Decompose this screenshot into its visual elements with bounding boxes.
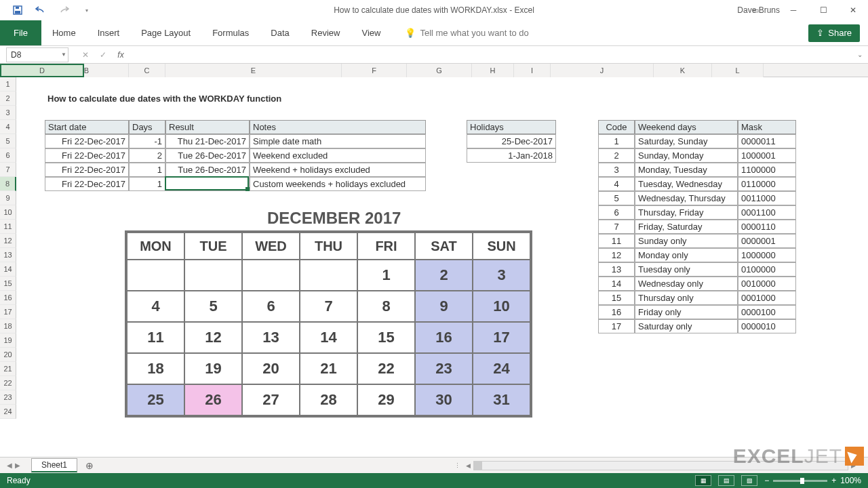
name-box[interactable]: D8 ▼ bbox=[6, 47, 68, 62]
row-header[interactable]: 17 bbox=[0, 305, 16, 319]
cell[interactable]: 0000110 bbox=[738, 220, 796, 234]
row-header[interactable]: 18 bbox=[0, 319, 16, 333]
cell[interactable]: Fri 22-Dec-2017 bbox=[45, 134, 129, 148]
cell[interactable]: 15 bbox=[598, 291, 635, 305]
cell[interactable]: Saturday only bbox=[635, 319, 738, 333]
column-header[interactable]: G bbox=[407, 64, 472, 77]
row-header[interactable]: 14 bbox=[0, 262, 16, 277]
row-header[interactable]: 11 bbox=[0, 220, 16, 234]
minimize-button[interactable]: ─ bbox=[778, 0, 808, 20]
cell[interactable]: Wednesday, Thursday bbox=[635, 191, 738, 205]
row-header[interactable]: 2 bbox=[0, 92, 16, 106]
column-header[interactable]: J bbox=[551, 64, 654, 77]
tab-data[interactable]: Data bbox=[260, 20, 300, 45]
cell[interactable]: Saturday, Sunday bbox=[635, 134, 738, 148]
share-button[interactable]: ⇪ Share bbox=[808, 24, 860, 42]
expand-formula-bar-icon[interactable]: ⌄ bbox=[857, 51, 868, 58]
chevron-down-icon[interactable]: ▼ bbox=[61, 52, 66, 58]
cell[interactable]: Friday only bbox=[635, 305, 738, 319]
cell[interactable]: Fri 22-Dec-2017 bbox=[45, 163, 129, 177]
cell[interactable]: 1100000 bbox=[738, 163, 796, 177]
cell[interactable]: 17 bbox=[598, 319, 635, 333]
cell[interactable]: -1 bbox=[129, 134, 165, 148]
zoom-control[interactable]: − + 100% bbox=[764, 476, 861, 485]
cell[interactable]: Simple date math bbox=[250, 134, 426, 148]
cell[interactable]: 14 bbox=[598, 277, 635, 291]
row-header[interactable]: 19 bbox=[0, 333, 16, 348]
cell[interactable]: 25-Dec-2017 bbox=[467, 134, 556, 148]
cell[interactable]: 1000000 bbox=[738, 248, 796, 262]
cell[interactable]: 0010000 bbox=[738, 277, 796, 291]
zoom-in-button[interactable]: + bbox=[831, 476, 836, 485]
cell[interactable]: Weekend days bbox=[635, 120, 738, 134]
row-header[interactable]: 16 bbox=[0, 291, 16, 305]
cell[interactable]: 0000100 bbox=[738, 305, 796, 319]
row-header[interactable]: 9 bbox=[0, 191, 16, 205]
tab-home[interactable]: Home bbox=[41, 20, 87, 45]
tab-page-layout[interactable]: Page Layout bbox=[130, 20, 201, 45]
cell[interactable]: 3 bbox=[598, 163, 635, 177]
cell[interactable]: 0000001 bbox=[738, 234, 796, 248]
cell[interactable]: Tuesday, Wednesday bbox=[635, 177, 738, 191]
cell[interactable]: Sunday only bbox=[635, 234, 738, 248]
cell[interactable]: 13 bbox=[598, 262, 635, 277]
cell[interactable]: 1-Jan-2018 bbox=[467, 148, 556, 163]
cell[interactable]: 0110000 bbox=[738, 177, 796, 191]
sheet-nav[interactable]: ◀▶ bbox=[0, 462, 27, 469]
tab-formulas[interactable]: Formulas bbox=[201, 20, 260, 45]
cell[interactable]: Thu 21-Dec-2017 bbox=[165, 134, 250, 148]
column-header[interactable]: H bbox=[472, 64, 514, 77]
tell-me[interactable]: 💡 Tell me what you want to do bbox=[405, 28, 528, 38]
cell[interactable]: 5 bbox=[598, 191, 635, 205]
cell[interactable]: 0001100 bbox=[738, 205, 796, 220]
column-header[interactable]: K bbox=[654, 64, 712, 77]
zoom-out-button[interactable]: − bbox=[764, 476, 769, 485]
cell[interactable]: Thursday only bbox=[635, 291, 738, 305]
cell[interactable]: 1000001 bbox=[738, 148, 796, 163]
cell[interactable]: Wednesday only bbox=[635, 277, 738, 291]
page-layout-view-button[interactable]: ▤ bbox=[718, 475, 734, 486]
worksheet-grid[interactable]: ABCDEFGHIJKL 123456789101112131415161718… bbox=[0, 64, 868, 450]
cell[interactable]: 4 bbox=[598, 177, 635, 191]
cell[interactable]: Holidays bbox=[467, 120, 556, 134]
column-header[interactable]: F bbox=[342, 64, 407, 77]
cell[interactable]: Weekend + holidays excluded bbox=[250, 163, 426, 177]
row-header[interactable]: 23 bbox=[0, 390, 16, 405]
column-header[interactable]: C bbox=[129, 64, 165, 77]
cell[interactable]: 7 bbox=[598, 220, 635, 234]
cell[interactable]: Fri 22-Dec-2017 bbox=[45, 177, 129, 191]
tab-insert[interactable]: Insert bbox=[87, 20, 131, 45]
cell[interactable]: 6 bbox=[598, 205, 635, 220]
cells-area[interactable]: How to calculate due dates with the WORK… bbox=[16, 77, 868, 450]
page-break-view-button[interactable]: ▧ bbox=[741, 475, 757, 486]
row-header[interactable]: 20 bbox=[0, 348, 16, 362]
row-header[interactable]: 13 bbox=[0, 248, 16, 262]
redo-icon[interactable] bbox=[58, 5, 69, 16]
cell[interactable]: Thursday, Friday bbox=[635, 205, 738, 220]
cell[interactable]: Friday, Saturday bbox=[635, 220, 738, 234]
cancel-icon[interactable]: ✕ bbox=[81, 50, 90, 60]
cell[interactable]: 0011000 bbox=[738, 191, 796, 205]
formula-bar[interactable] bbox=[131, 47, 844, 62]
row-header[interactable]: 1 bbox=[0, 77, 16, 92]
cell[interactable]: Tuesday only bbox=[635, 262, 738, 277]
zoom-slider[interactable] bbox=[773, 480, 827, 482]
close-button[interactable]: ✕ bbox=[838, 0, 868, 20]
tab-review[interactable]: Review bbox=[300, 20, 351, 45]
cell[interactable]: 0000010 bbox=[738, 319, 796, 333]
sheet-tab-sheet1[interactable]: Sheet1 bbox=[31, 458, 77, 472]
row-header[interactable]: 10 bbox=[0, 205, 16, 220]
row-header[interactable]: 3 bbox=[0, 106, 16, 120]
column-header[interactable]: I bbox=[514, 64, 551, 77]
cell[interactable]: Tue 26-Dec-2017 bbox=[165, 148, 250, 163]
cell[interactable]: Monday, Tuesday bbox=[635, 163, 738, 177]
row-header[interactable]: 21 bbox=[0, 362, 16, 376]
cell[interactable]: Code bbox=[598, 120, 635, 134]
cell[interactable]: Weekend excluded bbox=[250, 148, 426, 163]
row-header[interactable]: 24 bbox=[0, 405, 16, 419]
cell[interactable]: 0100000 bbox=[738, 262, 796, 277]
cell[interactable]: 2 bbox=[598, 148, 635, 163]
column-header[interactable]: E bbox=[165, 64, 342, 77]
cell[interactable]: Result bbox=[165, 120, 250, 134]
row-header[interactable]: 22 bbox=[0, 376, 16, 390]
